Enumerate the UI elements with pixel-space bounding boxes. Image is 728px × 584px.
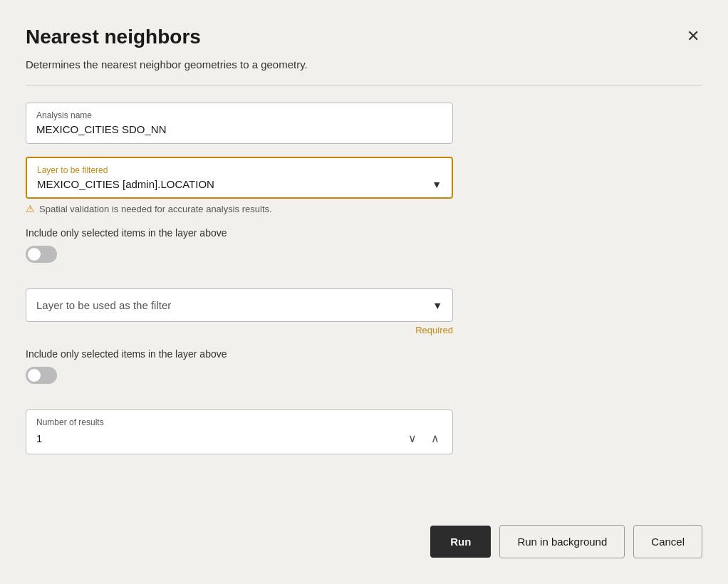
layer-filter-placeholder: Layer to be used as the filter <box>36 299 171 311</box>
layer-filtered-chevron-icon: ▼ <box>432 179 442 190</box>
dialog-subtitle: Determines the nearest neighbor geometri… <box>26 58 702 71</box>
required-label: Required <box>26 325 453 335</box>
number-of-results-group: Number of results 1 ∨ ∧ <box>26 410 702 454</box>
number-of-results-label: Number of results <box>36 417 442 427</box>
close-button[interactable]: ✕ <box>684 26 702 47</box>
layer-filtered-row: MEXICO_CITIES [admin].LOCATION ▼ <box>37 178 442 190</box>
layer-filtered-select[interactable]: Layer to be filtered MEXICO_CITIES [admi… <box>26 157 453 199</box>
run-button[interactable]: Run <box>430 526 491 558</box>
layer-filtered-value: MEXICO_CITIES [admin].LOCATION <box>37 178 214 190</box>
number-increment-button[interactable]: ∧ <box>428 430 442 447</box>
analysis-name-input-wrapper[interactable]: Analysis name <box>26 103 453 144</box>
number-of-results-wrapper[interactable]: Number of results 1 ∨ ∧ <box>26 410 453 454</box>
number-row: 1 ∨ ∧ <box>36 430 442 447</box>
include-selected-1-label: Include only selected items in the layer… <box>26 227 702 239</box>
number-controls: ∨ ∧ <box>405 430 442 447</box>
warning-text: Spatial validation is needed for accurat… <box>39 204 272 214</box>
run-background-button[interactable]: Run in background <box>499 525 625 558</box>
include-selected-1-toggle[interactable] <box>26 246 57 263</box>
footer-buttons: Run Run in background Cancel <box>430 525 702 558</box>
nearest-neighbors-dialog: Nearest neighbors ✕ Determines the neare… <box>0 0 728 584</box>
toggle-slider-2 <box>26 367 57 384</box>
layer-filtered-label: Layer to be filtered <box>37 165 442 175</box>
dialog-title: Nearest neighbors <box>26 26 201 48</box>
cancel-button[interactable]: Cancel <box>633 525 702 558</box>
warning-icon: ⚠ <box>26 203 35 214</box>
include-selected-2-group: Include only selected items in the layer… <box>26 348 702 397</box>
analysis-name-label: Analysis name <box>36 110 442 120</box>
layer-filter-chevron-icon: ▼ <box>432 300 442 311</box>
dialog-header: Nearest neighbors ✕ <box>26 26 702 48</box>
divider <box>26 85 702 85</box>
layer-filter-select[interactable]: Layer to be used as the filter ▼ <box>26 288 453 322</box>
include-selected-2-toggle[interactable] <box>26 367 57 384</box>
number-decrement-button[interactable]: ∨ <box>405 430 420 447</box>
analysis-name-input[interactable] <box>36 123 442 135</box>
toggle-slider-1 <box>26 246 57 263</box>
analysis-name-group: Analysis name <box>26 103 702 144</box>
warning-row: ⚠ Spatial validation is needed for accur… <box>26 203 453 214</box>
include-selected-2-label: Include only selected items in the layer… <box>26 348 702 360</box>
layer-filter-group: Layer to be used as the filter ▼ Require… <box>26 288 702 335</box>
layer-filtered-group: Layer to be filtered MEXICO_CITIES [admi… <box>26 157 702 214</box>
include-selected-1-group: Include only selected items in the layer… <box>26 227 702 276</box>
number-of-results-value: 1 <box>36 432 42 444</box>
